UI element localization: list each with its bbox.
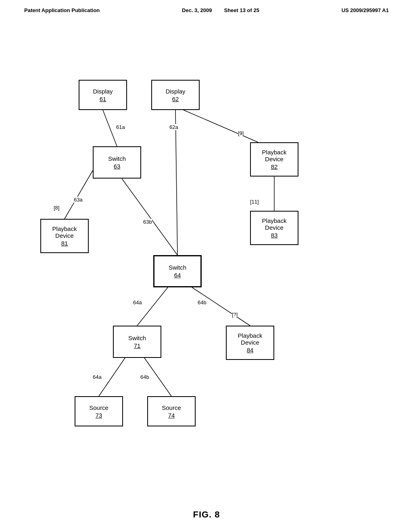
edge-label-7: 64a xyxy=(133,299,142,305)
node-playback84: PlaybackDevice84 xyxy=(226,326,274,360)
edge-label-1: 62a xyxy=(169,124,178,130)
node-label-playback83: Device xyxy=(265,224,284,231)
node-label-switch64: Switch xyxy=(169,264,186,271)
node-num-display61: 61 xyxy=(100,96,106,102)
node-label-switch63: Switch xyxy=(108,155,126,162)
edge-label-2: [9] xyxy=(238,130,244,136)
page-header: Patent Application Publication Dec. 3, 2… xyxy=(0,0,413,17)
edge-label-5: 63b xyxy=(143,219,152,225)
svg-line-7 xyxy=(192,287,250,326)
node-source74: Source74 xyxy=(147,396,196,426)
node-num-switch64: 64 xyxy=(174,272,181,278)
node-num-source74: 74 xyxy=(168,412,175,419)
node-display62: Display62 xyxy=(151,80,200,110)
header-center: Dec. 3, 2009 Sheet 13 of 25 xyxy=(182,7,259,13)
node-switch63: Switch63 xyxy=(93,146,141,179)
diagram-area: Display61Display62Switch63PlaybackDevice… xyxy=(0,21,413,497)
node-display61: Display61 xyxy=(79,80,127,110)
svg-line-4 xyxy=(65,170,93,219)
edge-label-11: 64b xyxy=(140,374,149,380)
node-num-display62: 62 xyxy=(172,96,179,102)
svg-line-1 xyxy=(175,110,177,255)
figure-caption: FIG. 8 xyxy=(0,509,413,520)
node-switch64: Switch64 xyxy=(153,255,202,287)
node-num-playback84: 84 xyxy=(247,347,254,353)
edge-label-9: [?] xyxy=(232,312,238,318)
node-num-source73: 73 xyxy=(96,412,102,419)
svg-line-8 xyxy=(99,358,125,396)
edge-label-8: 64b xyxy=(198,299,206,305)
header-sheet: Sheet 13 of 25 xyxy=(224,7,259,13)
node-label-playback82: Device xyxy=(265,156,284,162)
node-label-switch71: Switch xyxy=(128,335,146,341)
header-publication: Patent Application Publication xyxy=(24,7,100,13)
svg-line-6 xyxy=(137,287,168,326)
diagram-svg xyxy=(0,21,413,497)
svg-line-2 xyxy=(184,110,258,142)
node-label-source74: Source xyxy=(162,404,181,411)
node-label-playback81: Device xyxy=(55,232,74,239)
node-num-playback81: 81 xyxy=(61,240,68,247)
svg-line-0 xyxy=(103,110,117,146)
edge-label-4: [8] xyxy=(54,205,59,211)
node-label-playback84: Device xyxy=(241,339,259,346)
edge-label-0: 61a xyxy=(116,124,125,130)
node-num-switch63: 63 xyxy=(114,163,121,170)
node-playback83: PlaybackDevice83 xyxy=(250,211,298,245)
header-patent: US 2009/295997 A1 xyxy=(342,7,389,13)
edge-label-10: 64a xyxy=(93,374,102,380)
node-label-playback81: Playback xyxy=(52,225,77,232)
edge-label-6: [11] xyxy=(250,199,259,205)
node-playback82: PlaybackDevice82 xyxy=(250,142,298,177)
header-date: Dec. 3, 2009 xyxy=(182,7,212,13)
node-label-source73: Source xyxy=(89,404,108,411)
edge-label-3: 63a xyxy=(74,197,83,203)
node-num-playback82: 82 xyxy=(271,163,278,170)
node-label-playback83: Playback xyxy=(262,217,287,224)
node-switch71: Switch71 xyxy=(113,326,161,358)
node-playback81: PlaybackDevice81 xyxy=(40,219,89,253)
node-num-switch71: 71 xyxy=(134,342,141,349)
node-label-playback84: Playback xyxy=(238,332,263,339)
node-label-display62: Display xyxy=(165,88,185,95)
node-label-display61: Display xyxy=(93,88,113,95)
node-label-playback82: Playback xyxy=(262,149,287,156)
node-source73: Source73 xyxy=(75,396,123,426)
node-num-playback83: 83 xyxy=(271,232,278,239)
svg-line-5 xyxy=(122,179,177,255)
